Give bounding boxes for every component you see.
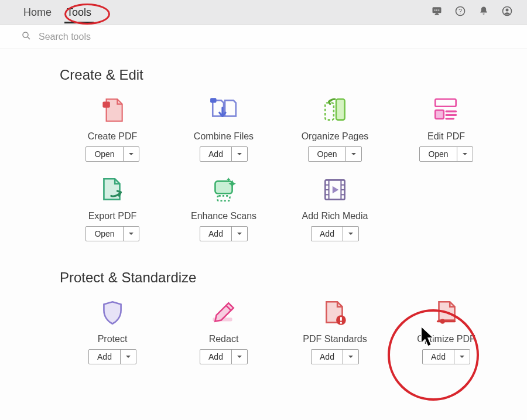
chevron-down-icon[interactable]	[346, 147, 361, 161]
svg-rect-14	[435, 99, 456, 107]
open-button[interactable]: Open	[308, 146, 361, 162]
chevron-down-icon[interactable]	[343, 227, 358, 241]
chevron-down-icon[interactable]	[121, 350, 136, 364]
bell-icon[interactable]	[478, 5, 490, 19]
tool-label: Optimize PDF	[417, 334, 475, 344]
add-button[interactable]: Add	[200, 349, 248, 364]
tool-combine-files[interactable]: Combine Files Add	[171, 94, 276, 162]
svg-point-8	[23, 32, 28, 37]
help-icon[interactable]: ?	[454, 5, 466, 19]
tool-label: Organize Pages	[302, 131, 369, 142]
enhance-scans-icon	[206, 173, 241, 206]
chevron-down-icon[interactable]	[457, 147, 473, 161]
search-icon	[21, 30, 32, 43]
chevron-down-icon[interactable]	[232, 227, 247, 241]
add-button[interactable]: Add	[88, 349, 136, 364]
redact-icon	[206, 296, 241, 329]
svg-rect-19	[215, 181, 232, 193]
tool-add-rich-media[interactable]: Add Rich Media Add	[282, 173, 388, 241]
pdf-standards-icon	[317, 296, 353, 329]
svg-point-3	[438, 9, 439, 11]
svg-rect-20	[218, 196, 230, 200]
organize-pages-icon	[317, 94, 353, 127]
shield-icon	[95, 296, 130, 329]
tool-enhance-scans[interactable]: Enhance Scans Add	[171, 173, 276, 241]
svg-rect-33	[340, 322, 342, 324]
svg-text:?: ?	[458, 7, 462, 14]
add-button[interactable]: Add	[200, 226, 248, 241]
topbar-icons: ?	[431, 5, 513, 19]
create-pdf-icon	[95, 94, 130, 127]
search-input[interactable]	[39, 32, 506, 42]
tool-label: Enhance Scans	[191, 211, 256, 221]
section-title-protect-std: Protect & Standardize	[60, 269, 506, 286]
content: Create & Edit Create PDF Open Combine Fi…	[0, 49, 527, 388]
tools-grid-protect-std: Protect Add Redact Add PDF Standards	[60, 296, 506, 364]
tool-edit-pdf[interactable]: Edit PDF Open	[393, 94, 499, 162]
svg-rect-12	[336, 99, 345, 119]
add-button[interactable]: Add	[311, 226, 359, 241]
add-button[interactable]: Add	[311, 349, 359, 364]
tool-export-pdf[interactable]: Export PDF Open	[60, 173, 165, 241]
chevron-down-icon[interactable]	[232, 147, 247, 161]
add-button[interactable]: Add	[422, 349, 470, 364]
svg-point-2	[436, 9, 437, 11]
tool-label: Add Rich Media	[302, 211, 368, 221]
tab-tools[interactable]: Tools	[64, 2, 94, 22]
topbar: Home Tools ?	[0, 0, 527, 25]
rich-media-icon	[317, 173, 353, 206]
tool-label: Redact	[209, 334, 239, 344]
svg-rect-13	[325, 103, 334, 120]
svg-line-9	[28, 37, 30, 39]
svg-rect-32	[340, 317, 342, 320]
chevron-down-icon[interactable]	[232, 350, 247, 364]
export-pdf-icon	[95, 173, 130, 206]
tool-label: Protect	[98, 334, 128, 344]
tool-organize-pages[interactable]: Organize Pages Open	[282, 94, 388, 162]
section-title-create-edit: Create & Edit	[60, 67, 506, 83]
svg-point-7	[506, 8, 509, 11]
svg-rect-11	[210, 98, 216, 103]
tab-home[interactable]: Home	[21, 2, 54, 22]
chevron-down-icon[interactable]	[124, 227, 139, 241]
chevron-down-icon[interactable]	[343, 350, 358, 364]
svg-point-1	[434, 9, 436, 11]
searchbar	[0, 25, 527, 49]
tool-label: PDF Standards	[303, 334, 367, 344]
tool-optimize-pdf[interactable]: Optimize PDF Add	[393, 296, 499, 364]
combine-files-icon	[206, 94, 241, 127]
open-button[interactable]: Open	[85, 146, 139, 162]
tool-label: Create PDF	[88, 131, 137, 142]
edit-pdf-icon	[429, 94, 464, 127]
tool-create-pdf[interactable]: Create PDF Open	[60, 94, 165, 162]
chevron-down-icon[interactable]	[124, 147, 139, 161]
tool-redact[interactable]: Redact Add	[171, 296, 276, 364]
tabs: Home Tools	[21, 2, 94, 22]
tool-label: Combine Files	[194, 131, 254, 142]
add-button[interactable]: Add	[200, 146, 248, 162]
profile-icon[interactable]	[501, 5, 513, 19]
chat-icon[interactable]	[431, 5, 443, 19]
tools-grid-create-edit: Create PDF Open Combine Files Add Organi…	[60, 94, 506, 241]
tool-label: Export PDF	[88, 211, 137, 221]
svg-rect-10	[102, 101, 110, 107]
optimize-pdf-icon	[429, 296, 464, 329]
open-button[interactable]: Open	[85, 226, 139, 241]
chevron-down-icon[interactable]	[454, 350, 470, 364]
tool-label: Edit PDF	[427, 131, 465, 142]
tool-protect[interactable]: Protect Add	[60, 296, 165, 364]
tool-pdf-standards[interactable]: PDF Standards Add	[282, 296, 388, 364]
svg-rect-15	[435, 110, 444, 119]
open-button[interactable]: Open	[419, 146, 473, 162]
